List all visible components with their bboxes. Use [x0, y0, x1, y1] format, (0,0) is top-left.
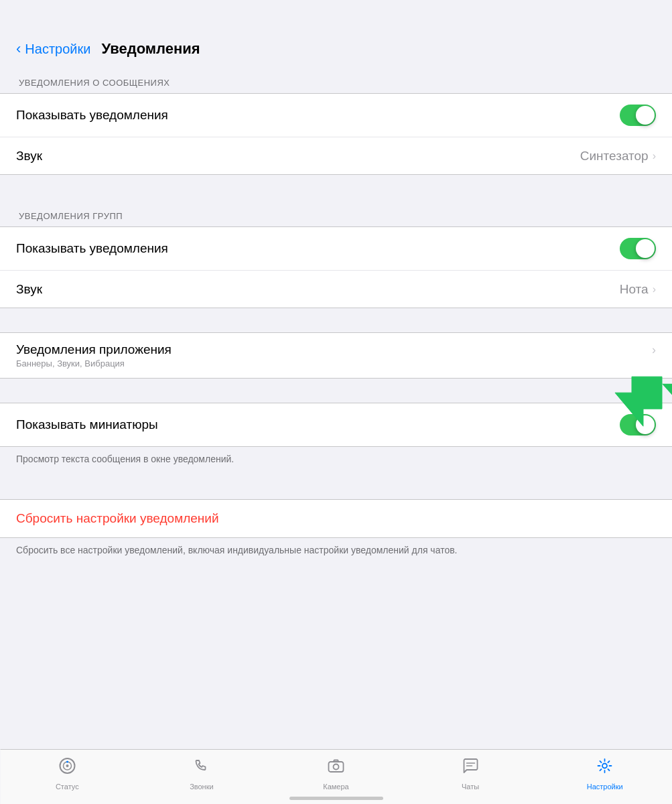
- section-groups: УВЕДОМЛЕНИЯ ГРУПП Показывать уведомления…: [0, 199, 672, 308]
- reset-label[interactable]: Сбросить настройки уведомлений: [16, 511, 219, 526]
- toggle-knob-3: [636, 415, 655, 434]
- section-reset: Сбросить настройки уведомлений: [0, 499, 672, 538]
- messages-show-notifications-toggle[interactable]: [620, 105, 656, 126]
- tab-status[interactable]: Статус: [40, 756, 94, 791]
- tab-camera[interactable]: Камера: [309, 756, 362, 791]
- messages-sound-row[interactable]: Звук Синтезатор ›: [0, 137, 672, 174]
- tab-camera-label: Камера: [323, 783, 348, 791]
- toggle-knob: [636, 106, 655, 125]
- groups-show-notifications-label: Показывать уведомления: [16, 241, 168, 256]
- messages-show-notifications-row: Показывать уведомления: [0, 94, 672, 137]
- groups-show-notifications-toggle[interactable]: [620, 238, 656, 259]
- app-notifications-chevron-icon: ›: [652, 343, 656, 357]
- section-app-notifications: Уведомления приложения › Баннеры, Звуки,…: [0, 332, 672, 379]
- section-messages-header: УВЕДОМЛЕНИЯ О СООБЩЕНИЯХ: [0, 66, 672, 93]
- messages-show-notifications-label: Показывать уведомления: [16, 108, 168, 123]
- thumbnails-row: Показывать миниатюры: [0, 403, 672, 446]
- section-messages-body: Показывать уведомления Звук Синтезатор ›: [0, 93, 672, 175]
- header: ‹ Настройки Уведомления: [0, 0, 672, 66]
- home-indicator: [289, 797, 383, 800]
- status-icon: [58, 756, 76, 780]
- tab-chats-label: Чаты: [462, 783, 479, 791]
- toggle-knob-2: [636, 239, 655, 258]
- spacer-2: [0, 308, 672, 332]
- svg-point-4: [66, 761, 68, 763]
- thumbnails-description: Просмотр текста сообщения в окне уведомл…: [0, 447, 672, 475]
- camera-icon: [326, 756, 345, 780]
- groups-sound-label: Звук: [16, 282, 42, 297]
- app-notifications-row-header: Уведомления приложения ›: [16, 342, 656, 357]
- messages-sound-chevron-icon: ›: [653, 150, 656, 162]
- tab-calls[interactable]: Звонки: [175, 756, 228, 791]
- groups-sound-row[interactable]: Звук Нота ›: [0, 270, 672, 308]
- tab-calls-label: Звонки: [190, 783, 214, 791]
- tab-chats[interactable]: Чаты: [444, 756, 497, 791]
- svg-point-6: [333, 764, 338, 770]
- groups-sound-chevron-icon: ›: [653, 283, 656, 295]
- thumbnails-toggle[interactable]: [620, 414, 656, 436]
- chats-icon: [461, 756, 480, 780]
- settings-icon: [596, 756, 614, 780]
- back-chevron-icon: ‹: [16, 40, 21, 58]
- section-thumbnails: Показывать миниатюры: [0, 403, 672, 447]
- groups-show-notifications-row: Показывать уведомления: [0, 227, 672, 270]
- reset-row[interactable]: Сбросить настройки уведомлений: [0, 500, 672, 537]
- thumbnails-label: Показывать миниатюры: [16, 417, 158, 432]
- content: УВЕДОМЛЕНИЯ О СООБЩЕНИЯХ Показывать увед…: [0, 66, 672, 633]
- tab-bar: Статус Звонки Камера: [0, 749, 672, 804]
- phone-container: ‹ Настройки Уведомления УВЕДОМЛЕНИЯ О СО…: [0, 0, 672, 804]
- app-notifications-label: Уведомления приложения: [16, 342, 172, 357]
- svg-point-3: [66, 764, 68, 767]
- spacer-1: [0, 175, 672, 199]
- back-button[interactable]: ‹ Настройки: [16, 40, 90, 58]
- messages-sound-value: Синтезатор ›: [580, 149, 656, 163]
- page-title: Уведомления: [101, 40, 200, 58]
- tab-settings-label: Настройки: [587, 783, 623, 791]
- reset-description: Сбросить все настройки уведомлений, вклю…: [0, 538, 672, 566]
- app-notifications-row[interactable]: Уведомления приложения › Баннеры, Звуки,…: [0, 333, 672, 378]
- section-groups-body: Показывать уведомления Звук Нота ›: [0, 226, 672, 308]
- section-messages: УВЕДОМЛЕНИЯ О СООБЩЕНИЯХ Показывать увед…: [0, 66, 672, 175]
- section-groups-header: УВЕДОМЛЕНИЯ ГРУПП: [0, 199, 672, 226]
- svg-point-9: [602, 764, 607, 768]
- tab-status-label: Статус: [56, 783, 79, 791]
- thumbnails-row-wrapper: Показывать миниатюры: [0, 403, 672, 446]
- app-notifications-sub: Баннеры, Звуки, Вибрация: [16, 358, 125, 368]
- back-label: Настройки: [25, 42, 90, 57]
- svg-rect-5: [328, 762, 343, 772]
- groups-sound-value: Нота ›: [620, 282, 656, 297]
- calls-icon: [192, 756, 211, 780]
- tab-settings[interactable]: Настройки: [578, 756, 632, 791]
- messages-sound-label: Звук: [16, 149, 42, 163]
